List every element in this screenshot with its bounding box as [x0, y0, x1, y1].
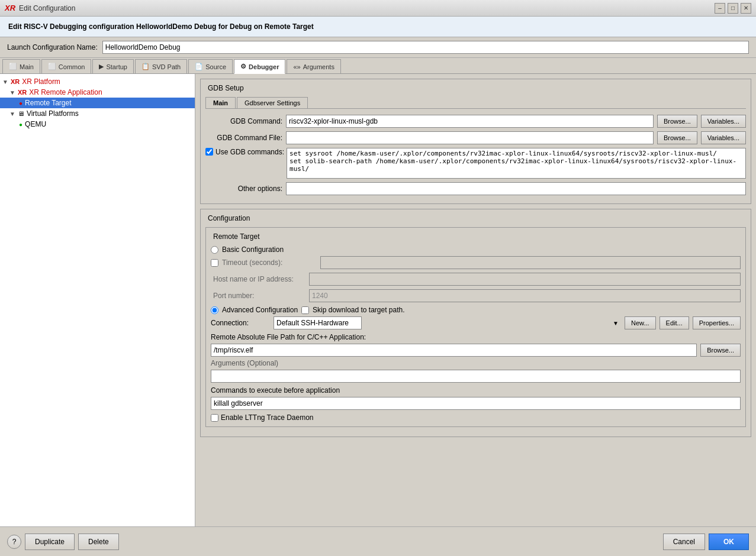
tab-source-label: Source — [205, 63, 226, 70]
tab-arguments[interactable]: «» Arguments — [287, 59, 340, 73]
gdb-command-file-input[interactable] — [286, 131, 654, 144]
expand-icon: ▼ — [2, 79, 8, 85]
host-row: Host name or IP address: — [211, 273, 741, 286]
help-button[interactable]: ? — [7, 535, 21, 549]
tabs-row: ⬜ Main ⬜ Common ▶ Startup 📋 SVD Path 📄 S… — [0, 58, 756, 74]
tab-startup[interactable]: ▶ Startup — [92, 59, 133, 73]
title-bar-controls: – □ ✕ — [715, 3, 751, 14]
xr-icon: XR — [11, 78, 20, 85]
basic-config-row: Basic Configuration — [211, 245, 741, 254]
configuration-title: Configuration — [205, 214, 252, 222]
basic-config-radio[interactable] — [211, 246, 218, 254]
tree-label-qemu: QEMU — [25, 120, 46, 128]
duplicate-button[interactable]: Duplicate — [25, 534, 75, 550]
bottom-left: ? Duplicate Delete — [7, 534, 119, 550]
skip-download-checkbox[interactable] — [301, 306, 309, 314]
gdb-file-variables-button[interactable]: Variables... — [701, 131, 746, 144]
enable-lttng-row: Enable LTTng Trace Daemon — [211, 413, 741, 422]
main-tab-icon: ⬜ — [9, 63, 17, 70]
connection-select[interactable]: Default SSH-Hardware — [274, 316, 362, 329]
dialog-header: Edit RISC-V Debugging configuration Hell… — [0, 17, 756, 37]
tab-svd-path[interactable]: 📋 SVD Path — [135, 59, 187, 73]
ok-button[interactable]: OK — [709, 534, 749, 550]
other-options-input[interactable] — [286, 182, 746, 195]
port-input — [309, 289, 741, 302]
other-options-label: Other options: — [205, 185, 282, 193]
enable-lttng-checkbox[interactable] — [211, 414, 218, 422]
svd-path-tab-icon: 📋 — [141, 63, 150, 70]
tree-item-virtual-platforms[interactable]: ▼ 🖥 Virtual Platforms — [0, 108, 195, 119]
gdb-commands-textarea[interactable]: set sysroot /home/kasm-user/.xplor/compo… — [287, 148, 746, 179]
gdb-command-browse-button[interactable]: Browse... — [657, 115, 697, 128]
port-row: Port number: — [211, 289, 741, 302]
close-button[interactable]: ✕ — [741, 3, 751, 14]
tree-item-xr-remote-app[interactable]: ▼ XR XR Remote Application — [0, 87, 195, 98]
tree-label-xr-remote-app: XR Remote Application — [29, 88, 102, 96]
remote-path-browse-button[interactable]: Browse... — [700, 344, 741, 357]
tab-main[interactable]: ⬜ Main — [2, 59, 40, 73]
port-label: Port number: — [211, 292, 305, 300]
tree-label-virtual-platforms: Virtual Platforms — [27, 109, 79, 118]
tab-common-label: Common — [59, 63, 85, 70]
sub-tab-gdbserver[interactable]: Gdbserver Settings — [237, 97, 308, 108]
remote-target-title: Remote Target — [211, 232, 262, 241]
dialog-header-text: Edit RISC-V Debugging configuration Hell… — [8, 22, 314, 31]
tree-item-remote-target[interactable]: ● Remote Target — [0, 98, 195, 108]
remote-target-dot-icon: ● — [19, 100, 22, 106]
expand-app-icon: ▼ — [9, 89, 15, 96]
arguments-input[interactable] — [211, 370, 741, 383]
use-gdb-commands-row: Use GDB commands: set sysroot /home/kasm… — [205, 148, 746, 179]
tree-panel: ▼ XR XR Platform ▼ XR XR Remote Applicat… — [0, 74, 195, 526]
tab-main-label: Main — [20, 63, 34, 70]
gdb-command-file-row: GDB Command File: Browse... Variables... — [205, 131, 746, 144]
delete-button[interactable]: Delete — [78, 534, 119, 550]
tab-svd-path-label: SVD Path — [152, 63, 181, 70]
launch-config-label: Launch Configuration Name: — [7, 43, 98, 51]
gdb-file-browse-button[interactable]: Browse... — [657, 131, 697, 144]
arguments-label: Arguments (Optional) — [211, 359, 741, 367]
enable-lttng-label: Enable LTTng Trace Daemon — [221, 413, 314, 422]
tree-item-qemu[interactable]: ● QEMU — [0, 119, 195, 130]
connection-label: Connection: — [211, 319, 270, 327]
maximize-button[interactable]: □ — [728, 3, 738, 14]
tab-startup-label: Startup — [106, 63, 127, 70]
gdb-command-variables-button[interactable]: Variables... — [701, 115, 746, 128]
tab-source[interactable]: 📄 Source — [188, 59, 233, 73]
timeout-checkbox[interactable] — [211, 259, 218, 267]
timeout-row: Timeout (seconds): — [211, 256, 741, 269]
arguments-tab-icon: «» — [293, 63, 300, 70]
launch-config-input[interactable] — [102, 41, 749, 54]
host-input — [309, 273, 741, 286]
select-arrow-icon: ▼ — [613, 320, 619, 327]
arguments-section: Arguments (Optional) — [211, 359, 741, 386]
common-tab-icon: ⬜ — [48, 63, 56, 70]
connection-row: Connection: Default SSH-Hardware ▼ New..… — [211, 316, 741, 329]
advanced-config-radio[interactable] — [211, 306, 218, 314]
remote-target-group: Remote Target Basic Configuration Timeou… — [205, 227, 746, 427]
use-gdb-commands-checkbox[interactable] — [205, 148, 213, 156]
commands-label: Commands to execute before application — [211, 386, 741, 395]
connection-properties-button[interactable]: Properties... — [693, 316, 741, 329]
use-gdb-commands-label: Use GDB commands: — [215, 148, 284, 156]
connection-edit-button[interactable]: Edit... — [660, 316, 689, 329]
minimize-button[interactable]: – — [715, 3, 725, 14]
tree-label-xr-platform: XR Platform — [22, 77, 60, 86]
connection-new-button[interactable]: New... — [625, 316, 656, 329]
tab-debugger[interactable]: ⚙ Debugger — [234, 59, 285, 74]
gdb-setup-group: GDB Setup Main Gdbserver Settings GDB Co… — [200, 79, 751, 204]
right-panel: GDB Setup Main Gdbserver Settings GDB Co… — [195, 74, 756, 526]
path-input-row: Browse... — [211, 344, 741, 357]
tab-common[interactable]: ⬜ Common — [41, 59, 92, 73]
gdb-command-input[interactable] — [286, 115, 654, 128]
cancel-button[interactable]: Cancel — [663, 534, 705, 550]
skip-download-label: Skip download to target path. — [313, 306, 404, 314]
tab-arguments-label: Arguments — [303, 63, 334, 70]
remote-path-input[interactable] — [211, 344, 697, 357]
remote-path-row: Remote Absolute File Path for C/C++ Appl… — [211, 333, 741, 357]
basic-config-label: Basic Configuration — [222, 245, 284, 254]
commands-input[interactable] — [211, 397, 741, 410]
tree-item-xr-platform[interactable]: ▼ XR XR Platform — [0, 76, 195, 87]
remote-path-label: Remote Absolute File Path for C/C++ Appl… — [211, 333, 741, 341]
xr-logo-icon: XR — [5, 4, 15, 12]
sub-tab-main[interactable]: Main — [205, 97, 236, 108]
